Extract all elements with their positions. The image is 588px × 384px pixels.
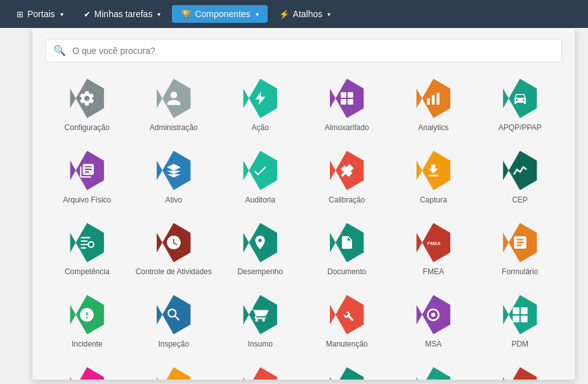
icon-item-msa[interactable]: MSA (391, 289, 476, 356)
hex-icon-acao (240, 79, 280, 118)
icon-item-pdm[interactable]: PDM (478, 289, 563, 356)
hex-icon-auditoria (240, 151, 280, 190)
navbar: ⊞ Portais ▾✔ Minhas tarefas ▾🏆 Component… (0, 0, 588, 28)
hex-icon-partial2 (154, 367, 193, 380)
nav-icon-componentes: 🏆 (181, 10, 191, 19)
nav-label-portais: Portais (27, 9, 55, 19)
icon-item-partial4[interactable] (305, 361, 389, 380)
icon-item-almoxarifado[interactable]: Almoxarifado (305, 72, 389, 140)
hex-icon-almoxarifado (327, 79, 367, 118)
icon-item-configuracao[interactable]: Configuração (45, 72, 129, 140)
nav-icon-portais: ⊞ (16, 10, 23, 19)
hex-icon-fmea: FMEA (414, 223, 453, 262)
icon-item-insumo[interactable]: Insumo (218, 289, 303, 356)
hex-icon-documento (327, 223, 367, 262)
hex-icon-ativo (154, 151, 193, 190)
icon-item-administracao[interactable]: Administração (132, 72, 216, 140)
svg-rect-3 (348, 99, 353, 105)
search-bar: 🔍 (45, 39, 562, 62)
icon-label-almoxarifado: Almoxarifado (325, 123, 369, 133)
icon-item-partial5[interactable] (391, 361, 476, 380)
icon-label-calibracao: Calibração (329, 195, 365, 206)
nav-caret-componentes: ▾ (256, 11, 259, 18)
search-input[interactable] (72, 46, 554, 56)
icon-label-msa: MSA (425, 340, 441, 350)
svg-point-10 (88, 242, 94, 248)
hex-icon-msa (414, 295, 453, 334)
svg-rect-2 (341, 99, 346, 105)
hex-icon-captura (414, 151, 453, 190)
icon-label-documento: Documento (327, 267, 366, 277)
hex-icon-controle-atividades (154, 223, 193, 262)
icon-item-competencia[interactable]: Competência (45, 216, 129, 284)
icon-item-arquivo-fisico[interactable]: Arquivo Físico (45, 145, 129, 212)
icon-item-partial1[interactable] (45, 361, 129, 380)
hex-icon-calibracao (327, 151, 367, 190)
hex-icon-configuracao (67, 79, 107, 118)
icon-label-arquivo-fisico: Arquivo Físico (63, 195, 111, 206)
icon-item-cep[interactable]: CEP (478, 145, 563, 212)
nav-item-componentes[interactable]: 🏆 Componentes ▾ (172, 5, 267, 23)
icon-item-desempenho[interactable]: Desempenho (218, 216, 303, 284)
hex-icon-analytics (414, 79, 453, 118)
nav-caret-portais: ▾ (60, 11, 63, 18)
icon-label-fmea: FMEA (423, 267, 444, 277)
hex-icon-partial4 (327, 367, 367, 380)
icon-item-incidente[interactable]: Incidente (45, 289, 129, 356)
icon-item-formulario[interactable]: Formulário (478, 216, 563, 284)
svg-rect-16 (521, 307, 528, 314)
hex-icon-insumo (240, 295, 280, 334)
icon-item-calibracao[interactable]: Calibração (305, 145, 389, 212)
icon-item-fmea[interactable]: FMEAFMEA (391, 216, 476, 284)
icon-item-manutencao[interactable]: Manutenção (305, 289, 389, 356)
nav-caret-atalhos: ▾ (327, 11, 330, 18)
hex-icon-competencia (67, 223, 107, 262)
hex-icon-partial6 (500, 367, 540, 380)
icon-label-formulario: Formulário (502, 267, 538, 277)
icon-item-ativo[interactable]: Ativo (132, 145, 216, 212)
nav-label-componentes: Componentes (195, 9, 250, 19)
svg-rect-7 (81, 237, 91, 239)
svg-rect-17 (513, 315, 519, 322)
icon-item-inspecao[interactable]: Inspeção (132, 289, 216, 356)
hex-icon-cep (500, 151, 540, 190)
icons-grid: ConfiguraçãoAdministraçãoAçãoAlmoxarifad… (45, 72, 562, 380)
hex-icon-desempenho (240, 223, 280, 262)
nav-label-atalhos: Atalhos (293, 9, 323, 19)
icon-label-cep: CEP (512, 195, 528, 206)
svg-rect-15 (513, 307, 519, 314)
svg-rect-4 (428, 98, 430, 105)
nav-icon-atalhos: ⚡ (279, 10, 289, 19)
icon-label-insumo: Insumo (248, 340, 273, 350)
nav-item-portais[interactable]: ⊞ Portais ▾ (8, 5, 72, 23)
icon-item-auditoria[interactable]: Auditoria (218, 145, 303, 212)
icon-label-administracao: Administração (150, 123, 198, 133)
icon-item-analytics[interactable]: Analytics (391, 72, 476, 140)
hex-icon-arquivo-fisico (67, 151, 107, 190)
icon-item-partial3[interactable] (218, 361, 303, 380)
hex-icon-incidente (67, 295, 107, 334)
icon-item-partial6[interactable] (478, 361, 563, 380)
svg-text:FMEA: FMEA (428, 241, 441, 246)
hex-icon-partial1 (67, 367, 107, 380)
svg-point-14 (431, 313, 436, 317)
icon-item-partial2[interactable] (132, 361, 216, 380)
icon-item-apqp[interactable]: APQP/PPAP (478, 72, 563, 140)
svg-rect-8 (81, 241, 88, 242)
icon-item-controle-atividades[interactable]: Controle de Atividades (132, 216, 216, 284)
icon-label-configuracao: Configuração (65, 123, 110, 133)
svg-rect-1 (348, 92, 353, 98)
hex-icon-administracao (154, 79, 193, 118)
svg-rect-5 (432, 95, 434, 105)
hex-icon-apqp (500, 79, 540, 118)
hex-icon-partial3 (240, 367, 280, 380)
nav-item-minhas-tarefas[interactable]: ✔ Minhas tarefas ▾ (75, 5, 170, 23)
icon-label-manutencao: Manutenção (326, 340, 368, 350)
icon-item-acao[interactable]: Ação (218, 72, 303, 140)
nav-item-atalhos[interactable]: ⚡ Atalhos ▾ (270, 5, 340, 23)
hex-icon-pdm (500, 295, 540, 334)
svg-rect-11 (81, 248, 87, 249)
hex-icon-partial5 (414, 367, 453, 380)
icon-item-captura[interactable]: Captura (391, 145, 476, 212)
icon-item-documento[interactable]: Documento (305, 216, 389, 284)
